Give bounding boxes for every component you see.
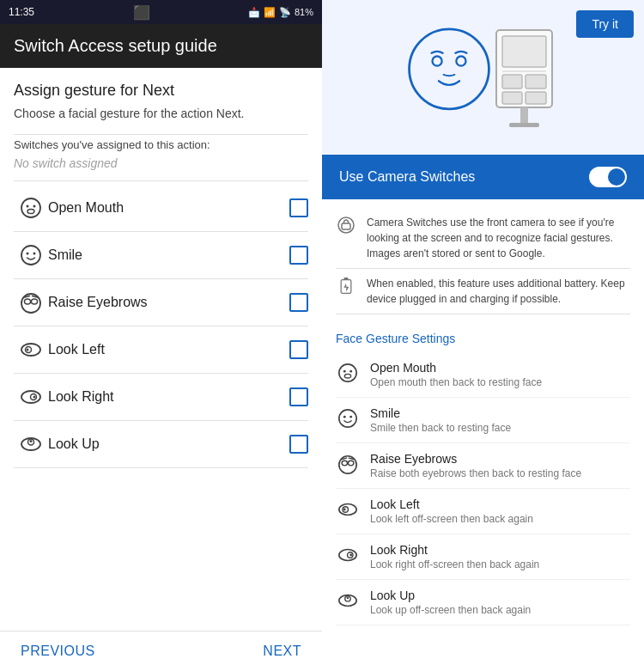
svg-point-40: [344, 374, 350, 378]
camera-info-text: Camera Switches use the front camera to …: [367, 215, 630, 261]
status-icons: 📩 📶 📡 81%: [248, 7, 313, 18]
right-look-right-content: Look Right Look right off-screen then ba…: [370, 543, 539, 570]
smile-icon: [14, 244, 48, 266]
smile-checkbox[interactable]: [289, 246, 308, 265]
right-smile-desc: Smile then back to resting face: [370, 422, 511, 434]
no-switch-label: No switch assigned: [14, 156, 308, 170]
svg-point-3: [27, 210, 34, 214]
raise-eyebrows-checkbox[interactable]: [289, 293, 308, 312]
camera-switch-label: Use Camera Switches: [339, 169, 475, 185]
gesture-item-smile[interactable]: Smile: [14, 232, 308, 279]
svg-point-23: [456, 57, 465, 66]
svg-rect-30: [526, 92, 546, 104]
svg-point-2: [33, 205, 36, 208]
gesture-item-look-up[interactable]: Look Up: [14, 421, 308, 468]
look-up-checkbox[interactable]: [289, 435, 308, 454]
look-up-icon: [14, 433, 48, 455]
svg-point-46: [348, 461, 353, 466]
gesture-item-open-mouth[interactable]: Open Mouth: [14, 185, 308, 232]
right-gesture-smile[interactable]: Smile Smile then back to resting face: [336, 398, 630, 443]
svg-point-1: [27, 205, 29, 208]
svg-point-41: [339, 410, 356, 427]
look-left-checkbox[interactable]: [289, 340, 308, 359]
right-look-left-desc: Look left off-screen then back again: [370, 513, 533, 525]
gesture-list: Open Mouth Smile: [14, 185, 308, 468]
section-desc: Choose a facial gesture for the action N…: [14, 107, 308, 120]
right-smile-name: Smile: [370, 406, 511, 420]
notification-icon: 📩: [248, 7, 260, 18]
try-it-button[interactable]: Try it: [576, 10, 634, 38]
battery-info-item: When enabled, this feature uses addition…: [336, 269, 630, 314]
svg-point-14: [27, 349, 29, 351]
right-look-up-name: Look Up: [370, 589, 531, 602]
svg-point-20: [30, 440, 33, 442]
gesture-item-look-right[interactable]: Look Right: [14, 374, 308, 421]
right-raise-eyebrows-desc: Raise both eyebrows then back to resting…: [370, 467, 581, 479]
svg-point-17: [33, 396, 36, 399]
smile-label: Smile: [48, 247, 289, 263]
svg-point-39: [349, 370, 352, 373]
right-gesture-look-up[interactable]: Look Up Look up off-screen then back aga…: [336, 580, 630, 625]
open-mouth-checkbox[interactable]: [289, 198, 308, 217]
svg-point-37: [339, 364, 356, 381]
svg-point-4: [21, 246, 40, 265]
gesture-item-raise-eyebrows[interactable]: Raise Eyebrows: [14, 279, 308, 326]
face-gesture-settings-title: Face Gesture Settings: [336, 332, 630, 345]
app-bar: Switch Access setup guide: [0, 24, 322, 68]
svg-rect-29: [502, 92, 522, 104]
right-raise-eyebrows-content: Raise Eyebrows Raise both eyebrows then …: [370, 452, 581, 479]
left-content: Assign gesture for Next Choose a facial …: [0, 68, 322, 631]
right-raise-eyebrows-name: Raise Eyebrows: [370, 452, 581, 466]
divider-2: [14, 180, 308, 181]
look-right-label: Look Right: [48, 389, 289, 405]
next-button[interactable]: Next: [263, 644, 301, 659]
svg-rect-25: [502, 36, 546, 67]
status-time: 11:35: [9, 6, 34, 18]
previous-button[interactable]: Previous: [21, 644, 95, 659]
gesture-item-look-left[interactable]: Look Left: [14, 326, 308, 374]
battery-info-text: When enabled, this feature uses addition…: [367, 276, 630, 307]
svg-point-42: [343, 416, 346, 418]
camera-switch-toggle[interactable]: [589, 167, 627, 187]
battery-info-icon: [336, 278, 356, 299]
svg-point-9: [32, 299, 38, 304]
open-mouth-icon: [14, 197, 48, 219]
right-open-mouth-icon: [336, 363, 360, 387]
svg-point-43: [349, 416, 352, 418]
svg-point-45: [342, 461, 347, 466]
svg-rect-36: [344, 278, 349, 280]
svg-rect-27: [502, 75, 522, 88]
bottom-nav: Previous Next: [0, 631, 322, 671]
right-look-up-icon: [336, 590, 360, 615]
svg-point-5: [27, 253, 29, 255]
right-gesture-open-mouth[interactable]: Open Mouth Open mouth then back to resti…: [336, 352, 630, 398]
svg-rect-34: [342, 223, 350, 229]
face-illustration: [402, 17, 496, 129]
look-up-label: Look Up: [48, 436, 289, 452]
svg-point-38: [343, 370, 346, 373]
phone-illustration: [488, 26, 565, 137]
illustration-area: Try it: [322, 0, 644, 155]
info-section: Camera Switches use the front camera to …: [322, 199, 644, 323]
svg-point-22: [432, 57, 441, 66]
right-look-up-desc: Look up off-screen then back again: [370, 604, 531, 616]
left-panel: 11:35 ⬛ 📩 📶 📡 81% Switch Access setup gu…: [0, 0, 322, 671]
raise-eyebrows-label: Raise Eyebrows: [48, 295, 289, 310]
right-gesture-list: Open Mouth Open mouth then back to resti…: [322, 352, 644, 625]
open-mouth-label: Open Mouth: [48, 200, 289, 216]
right-panel: Try it Use Camera Switches: [322, 0, 644, 671]
right-gesture-look-right[interactable]: Look Right Look right off-screen then ba…: [336, 534, 630, 580]
right-open-mouth-name: Open Mouth: [370, 361, 542, 375]
right-gesture-raise-eyebrows[interactable]: Raise Eyebrows Raise both eyebrows then …: [336, 443, 630, 489]
right-gesture-look-left[interactable]: Look Left Look left off-screen then back…: [336, 489, 630, 534]
svg-point-8: [25, 299, 31, 304]
svg-point-0: [21, 198, 40, 217]
signal-icon: 📡: [279, 7, 291, 18]
right-smile-icon: [336, 408, 360, 433]
look-left-label: Look Left: [48, 342, 289, 357]
battery-icon: 81%: [295, 7, 313, 17]
wifi-icon: 📶: [264, 7, 276, 18]
look-right-checkbox[interactable]: [289, 387, 308, 406]
section-title: Assign gesture for Next: [14, 82, 308, 100]
right-look-left-content: Look Left Look left off-screen then back…: [370, 497, 533, 525]
